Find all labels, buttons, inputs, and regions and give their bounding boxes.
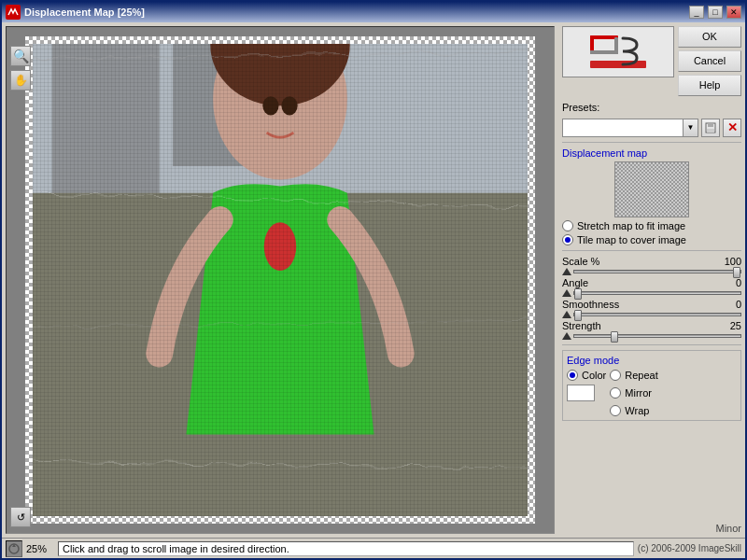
strength-value: 25 — [730, 320, 741, 331]
strength-label-row: Strength 25 — [562, 320, 741, 331]
smoothness-track-row — [562, 311, 741, 318]
color-radio-row[interactable]: Color — [567, 370, 606, 381]
status-bar: 25% Click and drag to scroll image in de… — [2, 538, 745, 558]
tile-radio[interactable] — [562, 234, 573, 245]
smoothness-thumb[interactable] — [574, 310, 582, 321]
window-title: Displacement Map [25%] — [24, 7, 685, 18]
save-icon — [705, 122, 716, 133]
help-button[interactable]: Help — [678, 75, 741, 96]
color-radio[interactable] — [567, 370, 578, 381]
image-panel[interactable]: 🔍 ✋ ↺ — [6, 26, 555, 534]
presets-controls: ▼ ✕ — [562, 119, 741, 137]
presets-dropdown-arrow[interactable]: ▼ — [683, 119, 698, 136]
svg-rect-19 — [614, 37, 618, 54]
company-logo — [585, 31, 651, 73]
strength-label: Strength — [562, 320, 601, 331]
app-icon — [6, 5, 21, 20]
color-radio-label: Color — [582, 370, 606, 381]
smoothness-label-row: Smoothness 0 — [562, 299, 741, 310]
copyright-text: (c) 2006-2009 ImageSkill — [638, 543, 741, 553]
scale-thumb[interactable] — [733, 267, 740, 278]
scale-slider-thumb[interactable] — [562, 268, 571, 275]
sliders-section: Scale % 100 Angle 0 — [562, 256, 741, 340]
separator-1 — [562, 142, 741, 143]
wrap-radio-row[interactable]: Wrap — [610, 405, 737, 416]
angle-track-row — [562, 289, 741, 297]
displacement-map-label: Displacement map — [562, 147, 741, 159]
strength-thumb[interactable] — [611, 331, 618, 343]
image-container[interactable] — [25, 36, 535, 524]
preset-delete-button[interactable]: ✕ — [723, 119, 741, 137]
svg-rect-23 — [707, 129, 714, 133]
header-row: OK Cancel Help — [562, 26, 741, 96]
svg-rect-20 — [590, 61, 646, 68]
minor-area: Minor — [562, 523, 741, 534]
separator-2 — [562, 250, 741, 251]
strength-slider-thumb[interactable] — [562, 332, 571, 340]
close-button[interactable]: ✕ — [726, 6, 741, 19]
main-content: 🔍 ✋ ↺ — [2, 22, 745, 538]
scale-slider-track[interactable] — [573, 270, 741, 273]
angle-slider-row: Angle 0 — [562, 277, 741, 297]
strength-track-row — [562, 332, 741, 340]
displacement-map-section: Displacement map Stretch map to fit imag… — [562, 147, 741, 245]
angle-slider-track[interactable] — [573, 291, 741, 295]
reset-tool[interactable]: ↺ — [10, 507, 31, 527]
angle-value: 0 — [736, 277, 741, 288]
wrap-radio[interactable] — [610, 405, 621, 416]
wrap-radio-label: Wrap — [625, 405, 649, 416]
maximize-button[interactable]: □ — [708, 6, 723, 19]
mirror-radio-row[interactable]: Mirror — [610, 387, 737, 399]
repeat-radio[interactable] — [610, 370, 621, 381]
right-panel: OK Cancel Help Presets: ▼ — [558, 22, 745, 538]
smoothness-slider-track[interactable] — [573, 313, 741, 316]
svg-rect-22 — [708, 123, 713, 127]
smoothness-slider-row: Smoothness 0 — [562, 299, 741, 318]
tile-label: Tile map to cover image — [577, 234, 686, 245]
repeat-radio-label: Repeat — [625, 370, 657, 381]
cancel-button[interactable]: Cancel — [678, 50, 741, 72]
svg-rect-16 — [590, 35, 618, 39]
scale-value: 100 — [725, 256, 741, 267]
edge-mode-label: Edge mode — [567, 355, 737, 366]
stretch-radio[interactable] — [562, 220, 573, 231]
mirror-radio-label: Mirror — [625, 387, 652, 399]
repeat-radio-row[interactable]: Repeat — [610, 370, 737, 381]
smoothness-label: Smoothness — [562, 299, 619, 310]
ok-button[interactable]: OK — [678, 26, 741, 48]
scale-label-row: Scale % 100 — [562, 256, 741, 267]
angle-label: Angle — [562, 277, 588, 288]
scale-track-row — [562, 268, 741, 275]
preset-save-button[interactable] — [701, 119, 720, 137]
strength-slider-track[interactable] — [573, 334, 741, 338]
angle-thumb[interactable] — [574, 288, 582, 300]
status-message-text: Click and drag to scroll image in desire… — [63, 543, 289, 554]
svg-rect-18 — [590, 50, 618, 54]
tile-radio-row[interactable]: Tile map to cover image — [562, 234, 741, 245]
zoom-tool[interactable]: 🔍 — [10, 46, 31, 66]
color-swatch[interactable] — [567, 385, 595, 401]
minimize-button[interactable]: _ — [689, 6, 704, 19]
scale-slider-row: Scale % 100 — [562, 256, 741, 275]
edge-mode-section: Edge mode Color Repeat Mir — [562, 350, 741, 421]
stretch-radio-row[interactable]: Stretch map to fit image — [562, 220, 741, 231]
checkered-border — [25, 36, 535, 524]
status-icon — [6, 540, 22, 557]
smoothness-slider-thumb[interactable] — [562, 311, 571, 318]
strength-slider-row: Strength 25 — [562, 320, 741, 340]
status-message: Click and drag to scroll image in desire… — [58, 541, 634, 556]
mirror-radio[interactable] — [610, 387, 621, 399]
angle-slider-thumb[interactable] — [562, 289, 571, 297]
stretch-label: Stretch map to fit image — [577, 220, 685, 231]
presets-input[interactable] — [563, 119, 683, 136]
separator-3 — [562, 344, 741, 345]
rotate-icon — [7, 542, 21, 555]
svg-rect-17 — [590, 35, 594, 52]
minor-label: Minor — [715, 523, 741, 534]
edge-mode-grid: Color Repeat Mirror — [567, 370, 737, 416]
scale-label: Scale % — [562, 256, 599, 267]
presets-row: Presets: — [562, 100, 741, 115]
presets-dropdown[interactable]: ▼ — [562, 119, 698, 137]
smoothness-value: 0 — [736, 299, 741, 310]
hand-tool[interactable]: ✋ — [10, 70, 31, 91]
